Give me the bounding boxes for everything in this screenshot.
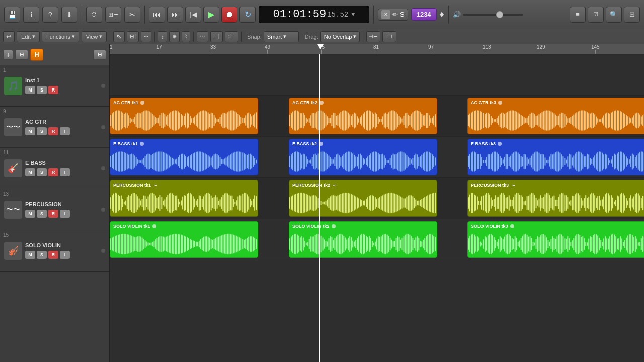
waveform-perc-tk1 <box>110 190 258 216</box>
zoom-v-btn[interactable]: ⊤⊥ <box>382 31 396 42</box>
record-btn-ebass[interactable]: R <box>48 168 58 176</box>
record-button[interactable]: ⏺ <box>221 7 237 23</box>
functions-menu[interactable]: Functions ▾ <box>42 31 79 42</box>
clip-header-perc-tk1: PERCUSSION tk1 ∞ <box>110 180 258 190</box>
mute-btn-perc[interactable]: M <box>25 210 35 218</box>
scissors-button[interactable]: ✂ <box>124 7 140 23</box>
fast-forward-button[interactable]: ⏭ <box>167 7 183 23</box>
vol-icon: 🔊 <box>453 11 461 18</box>
clip-dot-2 <box>319 101 324 105</box>
clip-acgtr-tk3[interactable]: AC GTR tk3 <box>467 98 644 134</box>
clip-violin-tk2[interactable]: SOLO VIOLIN tk2 <box>289 221 437 258</box>
notes-button[interactable]: ☑ <box>588 7 604 23</box>
purple-num-button[interactable]: 1234 <box>411 8 437 21</box>
undo-btn[interactable]: ↩ <box>3 31 15 42</box>
solo-btn-acgtr[interactable]: S <box>37 127 47 135</box>
pointer-tool-btn[interactable]: ⇖ <box>113 31 125 42</box>
track-number-11: 11 <box>3 150 9 155</box>
fade-tool-btn[interactable]: ⌇ <box>182 31 190 42</box>
perc-icons3: ∞ <box>512 183 515 188</box>
lane-acgtr: AC GTR tk1 // Generate waveform bars inl… <box>110 96 644 137</box>
lane-inst1 <box>110 54 644 96</box>
clip-ebass-tk1[interactable]: E BASS tk1 <box>110 139 258 175</box>
rewind-button[interactable]: ⏮ <box>149 7 165 23</box>
waveform-btn[interactable]: 〰 <box>197 31 208 42</box>
waveform-ebass-tk2 <box>289 148 437 175</box>
clip-perc-tk3[interactable]: PERCUSSION tk3 ∞ <box>467 180 644 217</box>
view-menu[interactable]: View ▾ <box>82 31 107 42</box>
input-btn-violin[interactable]: I <box>60 251 70 259</box>
tick-33: 33 <box>210 44 216 54</box>
mute-btn-inst1[interactable]: M <box>25 86 35 94</box>
mute-btn-violin[interactable]: M <box>25 251 35 259</box>
zoom-tool-btn[interactable]: ⊕ <box>169 31 180 42</box>
mixer-button[interactable]: ⊞⊢ <box>105 7 121 23</box>
mute-btn-ebass[interactable]: M <box>25 168 35 176</box>
solo-btn-ebass[interactable]: S <box>37 168 47 176</box>
add-track-button[interactable]: + <box>3 50 13 60</box>
clip-title-ebass3: E BASS tk3 <box>471 141 496 146</box>
header-h-button[interactable]: H <box>30 49 43 61</box>
clip-title-2: AC GTR tk2 <box>292 100 317 105</box>
clip-header-violin-tk1: SOLO VIOLIN tk1 <box>110 222 258 231</box>
list-button[interactable]: ≡ <box>570 7 586 23</box>
ruler-content: 1 17 33 49 65 81 97 113 129 145 161 177 <box>110 44 644 54</box>
track-name-violin: SOLO VIOLIN <box>25 242 105 248</box>
razor-tool-btn[interactable]: ⊟| <box>127 31 139 42</box>
track-config-button[interactable]: ⊟ <box>15 50 28 60</box>
drag-select[interactable]: No Overlap ▾ <box>320 31 360 42</box>
clip-violin-tk3[interactable]: SOLO VIOLIN tk3 <box>467 221 644 258</box>
grid-button[interactable]: ⊞ <box>624 7 640 23</box>
timecode-arrow: ▼ <box>351 11 355 18</box>
track-icon-perc: 〜〜 <box>4 201 22 219</box>
play-button[interactable]: ▶ <box>203 7 219 23</box>
timecode-frames-val: 15.52 <box>327 11 348 19</box>
save-button[interactable]: 💾 <box>4 7 20 23</box>
clip-violin-tk1[interactable]: SOLO VIOLIN tk1 <box>110 221 258 258</box>
track-icon-inst1: 🎵 <box>4 77 22 95</box>
input-btn-perc[interactable]: I <box>60 210 70 218</box>
help-button[interactable]: ? <box>42 7 58 23</box>
volume-slider[interactable]: 🔊 <box>453 11 523 18</box>
clip-perc-tk2[interactable]: PERCUSSION tk2 ∞ <box>289 180 437 217</box>
record-btn-violin[interactable]: R <box>48 251 58 259</box>
search-button[interactable]: 🔍 <box>606 7 622 23</box>
edit-menu[interactable]: Edit ▾ <box>17 31 40 42</box>
solo-btn-perc[interactable]: S <box>37 210 47 218</box>
track-number-9: 9 <box>3 109 6 114</box>
vol-thumb[interactable] <box>496 11 503 18</box>
download-button[interactable]: ⬇ <box>61 7 77 23</box>
timeline-area: 1 17 33 49 65 81 97 113 129 145 161 177 <box>110 44 644 362</box>
clip-ebass-tk3[interactable]: E BASS tk3 <box>467 139 644 175</box>
pitch-btn[interactable]: ↕⊢ <box>225 31 239 42</box>
timecode-display[interactable]: 01:01:59 15.52 ▼ <box>259 6 369 23</box>
record-btn-perc[interactable]: R <box>48 210 58 218</box>
cycle-button[interactable]: ↻ <box>239 7 256 23</box>
solo-btn-inst1[interactable]: S <box>37 86 47 94</box>
x-button[interactable]: ✕ <box>381 10 390 19</box>
record-btn-acgtr[interactable]: R <box>48 127 58 135</box>
input-btn-ebass[interactable]: I <box>60 168 70 176</box>
cursor-tool-btn[interactable]: ↕ <box>158 31 167 42</box>
info-button[interactable]: ℹ <box>23 7 39 23</box>
tick-81: 81 <box>373 44 379 54</box>
vol-track[interactable] <box>463 14 523 16</box>
tuner-icon[interactable]: ♦ <box>440 9 444 20</box>
snap-select[interactable]: Smart ▾ <box>264 31 299 42</box>
clip-acgtr-tk1[interactable]: AC GTR tk1 // Generate waveform bars inl… <box>110 98 258 134</box>
skip-back-button[interactable]: |◀ <box>185 7 201 23</box>
metro-button[interactable]: ⏱ <box>86 7 102 23</box>
mute-btn-acgtr[interactable]: M <box>25 127 35 135</box>
send-button[interactable]: ⊟ <box>93 50 106 60</box>
clip-ebass-tk2[interactable]: E BASS tk2 <box>289 139 437 175</box>
clip-perc-tk1[interactable]: PERCUSSION tk1 ∞ <box>110 180 258 217</box>
marquee-tool-btn[interactable]: ⊹ <box>141 31 151 42</box>
zoom-h-btn[interactable]: ⊣⊢ <box>366 31 380 42</box>
time-btn[interactable]: ⊢| <box>210 31 223 42</box>
ruler: 1 17 33 49 65 81 97 113 129 145 161 177 <box>110 44 644 54</box>
record-btn-inst1[interactable]: R <box>48 86 58 94</box>
clip-acgtr-tk2[interactable]: AC GTR tk2 <box>289 98 437 134</box>
lcd-delete-group[interactable]: ✕ ✏ S <box>378 9 408 21</box>
input-btn-acgtr[interactable]: I <box>60 127 70 135</box>
solo-btn-violin[interactable]: S <box>37 251 47 259</box>
